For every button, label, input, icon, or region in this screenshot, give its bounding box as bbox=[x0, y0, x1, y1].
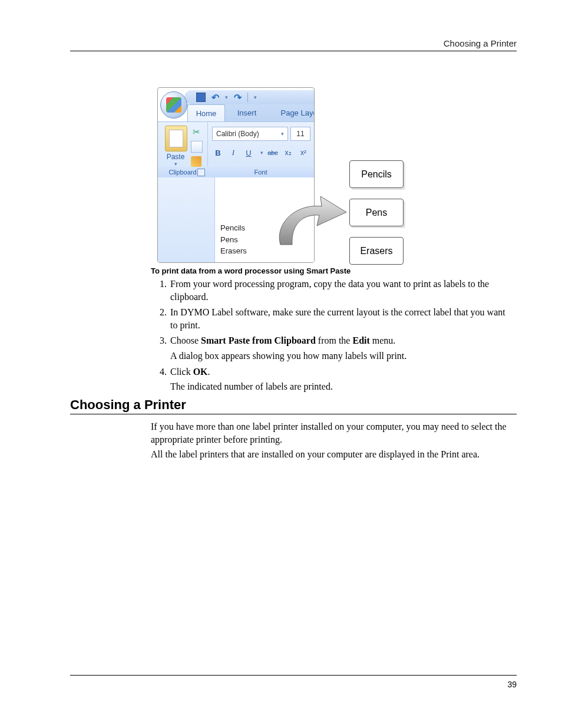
step-4-after: The indicated number of labels are print… bbox=[170, 380, 511, 393]
header-rule bbox=[70, 51, 517, 51]
tab-insert[interactable]: Insert bbox=[226, 104, 267, 121]
tab-home[interactable]: Home bbox=[187, 104, 225, 122]
paste-icon[interactable] bbox=[165, 126, 187, 151]
page-number: 39 bbox=[507, 680, 517, 689]
step-3-bold-a: Smart Paste from Clipboard bbox=[201, 335, 316, 345]
procedure-title: To print data from a word processor usin… bbox=[151, 266, 351, 275]
paste-label: Paste bbox=[167, 153, 185, 161]
font-group-text: Font bbox=[254, 169, 267, 176]
footer-rule bbox=[70, 675, 517, 676]
label-card-1: Pencils bbox=[349, 160, 404, 188]
document-left-margin bbox=[158, 177, 215, 262]
step-3-bold-b: Edit bbox=[352, 335, 369, 345]
underline-button[interactable]: U bbox=[243, 147, 254, 159]
step-1: From your word processing program, copy … bbox=[169, 278, 511, 303]
customize-qat-icon[interactable]: ▾ bbox=[254, 94, 257, 100]
office-logo-icon bbox=[166, 97, 181, 113]
page: Choosing a Printer ↶ ▾ ↷ ▾ Home Insert P… bbox=[0, 0, 562, 728]
document-text: Pencils Pens Erasers bbox=[220, 222, 247, 257]
subscript-button[interactable]: x₂ bbox=[282, 147, 294, 159]
step-3: Choose Smart Paste from Clipboard from t… bbox=[169, 334, 511, 362]
section-rule bbox=[70, 414, 517, 414]
step-2-text: In DYMO Label software, make sure the cu… bbox=[170, 307, 505, 330]
italic-button[interactable]: I bbox=[227, 147, 239, 159]
section-para-2: All the label printers that are installe… bbox=[151, 448, 516, 461]
qat-separator bbox=[247, 93, 248, 102]
step-2: In DYMO Label software, make sure the cu… bbox=[169, 306, 511, 331]
section-heading: Choosing a Printer bbox=[70, 397, 186, 413]
font-size-value: 11 bbox=[296, 130, 304, 138]
redo-icon[interactable]: ↷ bbox=[234, 92, 242, 103]
step-4-pre: Click bbox=[170, 367, 193, 377]
office-button[interactable] bbox=[160, 91, 187, 118]
font-name-chevron-icon: ▾ bbox=[281, 131, 284, 137]
paste-dropdown-icon[interactable]: ▾ bbox=[158, 161, 193, 167]
running-head: Choosing a Printer bbox=[444, 38, 517, 48]
doc-line-1: Pencils bbox=[220, 222, 247, 234]
quick-access-toolbar: ↶ ▾ ↷ ▾ bbox=[184, 90, 315, 104]
bold-button[interactable]: B bbox=[212, 147, 224, 159]
step-3-after: A dialog box appears showing you how man… bbox=[170, 350, 511, 363]
clipboard-group-label: Clipboard bbox=[158, 167, 207, 177]
font-size-dropdown[interactable]: 11 bbox=[290, 127, 310, 141]
cut-icon[interactable]: ✂ bbox=[191, 127, 201, 137]
font-name-dropdown[interactable]: Calibri (Body) ▾ bbox=[212, 127, 288, 141]
arrow-icon bbox=[269, 192, 351, 251]
paste-button[interactable]: Paste ▾ bbox=[158, 153, 193, 167]
step-3-mid: from the bbox=[316, 335, 353, 345]
tab-page-layout[interactable]: Page Layout bbox=[270, 104, 315, 121]
ribbon-body: Paste ▾ ✂ Clipboard Calibri (Body) bbox=[158, 121, 314, 178]
copy-icon[interactable] bbox=[191, 141, 203, 153]
font-name-value: Calibri (Body) bbox=[216, 130, 259, 138]
clipboard-group: Paste ▾ ✂ Clipboard bbox=[158, 122, 208, 177]
doc-line-3: Erasers bbox=[220, 245, 247, 257]
underline-chevron-icon[interactable]: ▾ bbox=[260, 150, 263, 156]
clipboard-group-text: Clipboard bbox=[168, 169, 196, 176]
label-card-2: Pens bbox=[349, 199, 404, 226]
strikethrough-button[interactable]: abc bbox=[267, 147, 279, 159]
undo-icon[interactable]: ↶ bbox=[211, 92, 219, 103]
procedure-steps: From your word processing program, copy … bbox=[151, 278, 511, 396]
section-para-1: If you have more than one label printer … bbox=[151, 420, 516, 446]
format-painter-icon[interactable] bbox=[191, 156, 201, 167]
label-card-3: Erasers bbox=[349, 237, 404, 265]
step-3-post: menu. bbox=[370, 335, 396, 345]
labels-preview-stack: Pencils Pens Erasers bbox=[349, 158, 405, 275]
step-4: Click OK. The indicated number of labels… bbox=[169, 365, 511, 393]
clipboard-dialog-launcher-icon[interactable] bbox=[197, 169, 205, 176]
font-group-label: Font bbox=[207, 167, 314, 177]
clipboard-small-icons: ✂ bbox=[191, 127, 204, 170]
step-4-bold: OK bbox=[193, 367, 208, 377]
step-4-post: . bbox=[208, 367, 210, 377]
step-1-text: From your word processing program, copy … bbox=[170, 279, 489, 302]
undo-dropdown-icon[interactable]: ▾ bbox=[225, 94, 228, 100]
ribbon-tabs: Home Insert Page Layout bbox=[187, 104, 314, 121]
step-3-pre: Choose bbox=[170, 335, 201, 345]
superscript-button[interactable]: x² bbox=[297, 147, 309, 159]
doc-line-2: Pens bbox=[220, 234, 247, 246]
save-icon[interactable] bbox=[196, 93, 206, 102]
